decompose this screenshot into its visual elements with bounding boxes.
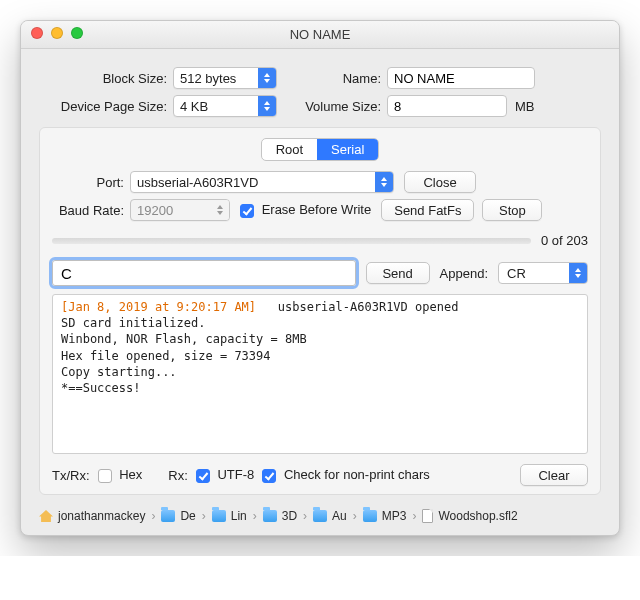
volume-size-unit: MB	[515, 99, 535, 114]
erase-before-write-label: Erase Before Write	[262, 202, 372, 217]
nonprint-label: Check for non-print chars	[284, 467, 430, 482]
block-size-select[interactable]: 512 bytes	[173, 67, 277, 89]
baud-rate-label: Baud Rate:	[52, 203, 130, 218]
device-page-size-value: 4 KB	[180, 99, 208, 114]
crumb-file[interactable]: Woodshop.sfl2	[438, 509, 517, 523]
erase-before-write-checkbox[interactable]	[240, 204, 254, 218]
app-window: NO NAME Block Size: 512 bytes Name: Devi…	[20, 20, 620, 536]
port-select[interactable]: usbserial-A603R1VD	[130, 171, 394, 193]
tab-serial[interactable]: Serial	[317, 139, 378, 160]
log-line: *==Success!	[61, 381, 140, 395]
chevron-updown-icon	[258, 96, 276, 116]
folder-icon	[212, 510, 226, 522]
hex-label: Hex	[119, 467, 142, 482]
volume-size-label: Volume Size:	[277, 99, 387, 114]
append-label: Append:	[440, 266, 488, 281]
port-label: Port:	[52, 175, 130, 190]
baud-rate-select: 19200	[130, 199, 230, 221]
log-line: Hex file opened, size = 73394	[61, 349, 271, 363]
name-label: Name:	[277, 71, 387, 86]
utf8-label: UTF-8	[217, 467, 254, 482]
progress-bar	[52, 238, 531, 244]
chevron-right-icon: ›	[349, 509, 361, 523]
crumb-item[interactable]: 3D	[282, 509, 297, 523]
append-select[interactable]: CR	[498, 262, 588, 284]
chevron-updown-icon	[375, 172, 393, 192]
log-output[interactable]: [Jan 8, 2019 at 9:20:17 AM] usbserial-A6…	[52, 294, 588, 454]
volume-size-input[interactable]	[387, 95, 507, 117]
chevron-right-icon: ›	[408, 509, 420, 523]
path-breadcrumb: jonathanmackey › De › Lin › 3D › Au › MP…	[39, 509, 601, 523]
log-line: SD card initialized.	[61, 316, 206, 330]
crumb-item[interactable]: De	[180, 509, 195, 523]
crumb-item[interactable]: Lin	[231, 509, 247, 523]
stop-button[interactable]: Stop	[482, 199, 542, 221]
log-timestamp: [Jan 8, 2019 at 9:20:17 AM]	[61, 300, 256, 314]
hex-option[interactable]: Hex	[98, 467, 143, 483]
crumb-item[interactable]: Au	[332, 509, 347, 523]
log-line-opened: usbserial-A603R1VD opened	[278, 300, 459, 314]
chevron-right-icon: ›	[198, 509, 210, 523]
minimize-window-button[interactable]	[51, 27, 63, 39]
mode-segmented-control: Root Serial	[261, 138, 380, 161]
content-area: Block Size: 512 bytes Name: Device Page …	[21, 49, 619, 535]
baud-rate-value: 19200	[137, 203, 173, 218]
nonprint-checkbox[interactable]	[262, 469, 276, 483]
nonprint-option[interactable]: Check for non-print chars	[262, 467, 430, 483]
name-input[interactable]	[387, 67, 535, 89]
clear-button[interactable]: Clear	[520, 464, 588, 486]
progress-text: 0 of 203	[541, 233, 588, 248]
folder-icon	[363, 510, 377, 522]
zoom-window-button[interactable]	[71, 27, 83, 39]
crumb-home[interactable]: jonathanmackey	[58, 509, 145, 523]
folder-icon	[313, 510, 327, 522]
tab-root[interactable]: Root	[262, 139, 317, 160]
close-window-button[interactable]	[31, 27, 43, 39]
crumb-item[interactable]: MP3	[382, 509, 407, 523]
block-size-value: 512 bytes	[180, 71, 236, 86]
chevron-right-icon: ›	[299, 509, 311, 523]
send-fatfs-button[interactable]: Send FatFs	[381, 199, 474, 221]
folder-icon	[161, 510, 175, 522]
close-port-button[interactable]: Close	[404, 171, 476, 193]
chevron-right-icon: ›	[249, 509, 261, 523]
home-icon	[39, 510, 53, 522]
device-page-size-select[interactable]: 4 KB	[173, 95, 277, 117]
send-button[interactable]: Send	[366, 262, 430, 284]
block-size-label: Block Size:	[39, 71, 173, 86]
window-controls	[31, 27, 83, 39]
append-value: CR	[507, 266, 526, 281]
chevron-updown-icon	[211, 200, 229, 220]
folder-icon	[263, 510, 277, 522]
window-title: NO NAME	[290, 27, 351, 42]
erase-before-write-option[interactable]: Erase Before Write	[240, 202, 371, 218]
rx-label: Rx:	[168, 468, 188, 483]
txrx-label: Tx/Rx:	[52, 468, 90, 483]
chevron-updown-icon	[569, 263, 587, 283]
document-icon	[422, 509, 433, 523]
device-page-size-label: Device Page Size:	[39, 99, 173, 114]
log-line: Winbond, NOR Flash, capacity = 8MB	[61, 332, 307, 346]
hex-checkbox[interactable]	[98, 469, 112, 483]
port-value: usbserial-A603R1VD	[137, 175, 258, 190]
utf8-checkbox[interactable]	[196, 469, 210, 483]
chevron-right-icon: ›	[147, 509, 159, 523]
titlebar[interactable]: NO NAME	[21, 21, 619, 49]
serial-panel: Root Serial Port: usbserial-A603R1VD Clo…	[39, 127, 601, 495]
command-input[interactable]	[52, 260, 356, 286]
utf8-option[interactable]: UTF-8	[196, 467, 254, 483]
chevron-updown-icon	[258, 68, 276, 88]
log-line: Copy starting...	[61, 365, 177, 379]
